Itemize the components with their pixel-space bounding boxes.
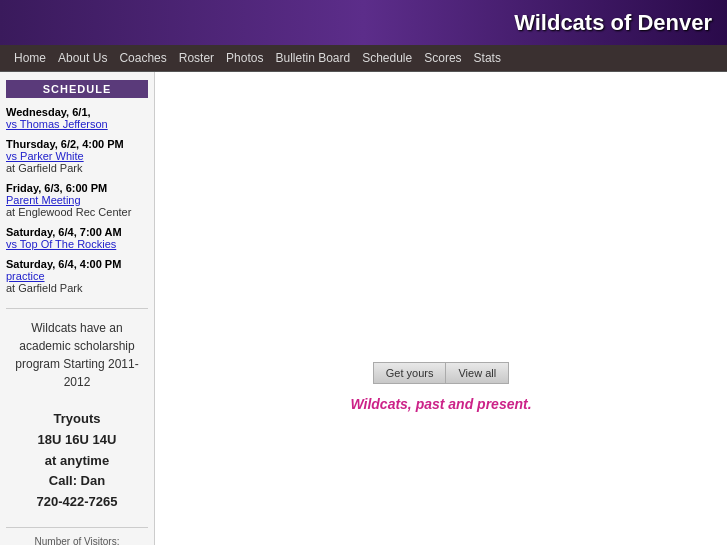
schedule-item: Thursday, 6/2, 4:00 PMvs Parker Whiteat … (6, 138, 148, 174)
tryouts-info: Tryouts 18U 16U 14U at anytime Call: Dan… (6, 409, 148, 513)
schedule-item: Saturday, 6/4, 7:00 AMvs Top Of The Rock… (6, 226, 148, 250)
visitors-box: Number of Visitors: 2945 Administrator (6, 527, 148, 545)
schedule-day: Saturday, 6/4, 4:00 PM (6, 258, 148, 270)
top-banner: Wildcats of Denver (0, 0, 727, 45)
schedule-link[interactable]: vs Thomas Jefferson (6, 118, 148, 130)
schedule-location: at Garfield Park (6, 162, 148, 174)
get-yours-button[interactable]: Get yours (373, 362, 446, 384)
schedule-item: Wednesday, 6/1,vs Thomas Jefferson (6, 106, 148, 130)
promo-text: Wildcats have an academic scholarship pr… (15, 321, 138, 389)
view-all-button[interactable]: View all (445, 362, 509, 384)
sidebar: SCHEDULE Wednesday, 6/1,vs Thomas Jeffer… (0, 72, 155, 545)
schedule-item: Saturday, 6/4, 4:00 PMpracticeat Garfiel… (6, 258, 148, 294)
nav-item-stats[interactable]: Stats (468, 49, 507, 67)
schedule-location: at Garfield Park (6, 282, 148, 294)
nav-item-about-us[interactable]: About Us (52, 49, 113, 67)
nav-item-roster[interactable]: Roster (173, 49, 220, 67)
sidebar-promo: Wildcats have an academic scholarship pr… (6, 308, 148, 513)
schedule-link[interactable]: vs Parker White (6, 150, 148, 162)
visitors-label: Number of Visitors: (6, 536, 148, 545)
nav-item-coaches[interactable]: Coaches (113, 49, 172, 67)
nav-item-schedule[interactable]: Schedule (356, 49, 418, 67)
wildcats-tagline: Wildcats, past and present. (170, 396, 712, 412)
schedule-day: Saturday, 6/4, 7:00 AM (6, 226, 148, 238)
action-buttons: Get yours View all (170, 362, 712, 384)
main-content: Get yours View all Wildcats, past and pr… (155, 72, 727, 545)
schedule-item: Friday, 6/3, 6:00 PMParent Meetingat Eng… (6, 182, 148, 218)
schedule-day: Wednesday, 6/1, (6, 106, 148, 118)
schedule-day: Thursday, 6/2, 4:00 PM (6, 138, 148, 150)
main-layout: SCHEDULE Wednesday, 6/1,vs Thomas Jeffer… (0, 72, 727, 545)
site-title: Wildcats of Denver (514, 10, 712, 36)
nav-item-scores[interactable]: Scores (418, 49, 467, 67)
schedule-link[interactable]: practice (6, 270, 148, 282)
nav-item-home[interactable]: Home (8, 49, 52, 67)
nav-item-bulletin-board[interactable]: Bulletin Board (269, 49, 356, 67)
schedule-location: at Englewood Rec Center (6, 206, 148, 218)
schedule-day: Friday, 6/3, 6:00 PM (6, 182, 148, 194)
schedule-link[interactable]: Parent Meeting (6, 194, 148, 206)
schedule-link[interactable]: vs Top Of The Rockies (6, 238, 148, 250)
schedule-list: Wednesday, 6/1,vs Thomas JeffersonThursd… (6, 106, 148, 294)
nav-item-photos[interactable]: Photos (220, 49, 269, 67)
nav-bar: HomeAbout UsCoachesRosterPhotosBulletin … (0, 45, 727, 72)
schedule-header: SCHEDULE (6, 80, 148, 98)
